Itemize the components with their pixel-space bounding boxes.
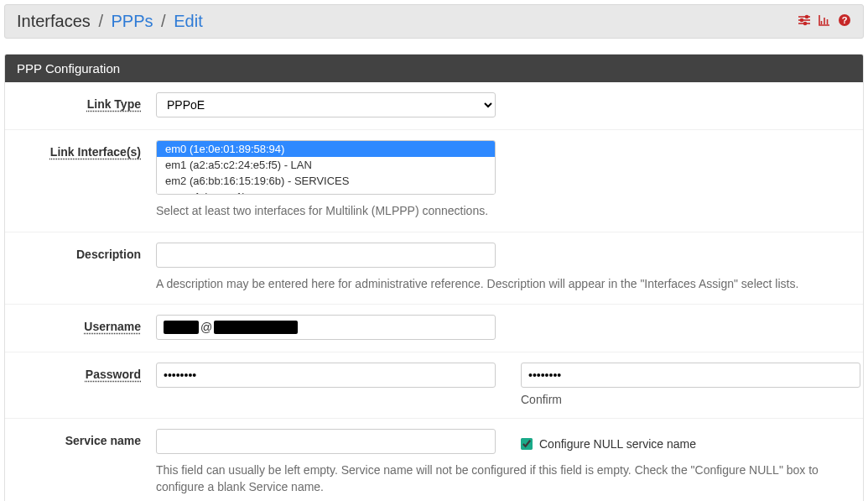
panel-body: Link Type PPPoE Link Interface(s) em0 (1…	[5, 82, 863, 501]
header-action-icons: ?	[798, 13, 851, 29]
interface-option[interactable]: ovpns1 (ovpns1)	[157, 189, 495, 195]
label-password: Password	[13, 363, 156, 381]
label-link-type: Link Type	[13, 92, 156, 111]
description-input[interactable]	[156, 243, 496, 268]
link-type-select[interactable]: PPPoE	[156, 92, 496, 117]
row-link-type: Link Type PPPoE	[5, 82, 863, 130]
password-confirm-input[interactable]	[521, 363, 860, 388]
label-username: Username	[13, 315, 156, 333]
breadcrumb-sep: /	[161, 12, 166, 30]
link-interfaces-select[interactable]: em0 (1e:0e:01:89:58:94)em1 (a2:a5:c2:24:…	[156, 140, 496, 195]
svg-text:?: ?	[842, 15, 848, 25]
password-input[interactable]	[156, 363, 496, 388]
password-confirm-label: Confirm	[521, 393, 860, 406]
service-name-input[interactable]	[156, 429, 496, 454]
page-header: Interfaces / PPPs / Edit ?	[4, 4, 864, 39]
svg-point-5	[804, 23, 807, 25]
breadcrumb-root: Interfaces	[17, 12, 91, 30]
svg-point-4	[801, 19, 803, 22]
chart-icon[interactable]	[818, 13, 831, 29]
settings-sliders-icon[interactable]	[798, 13, 811, 29]
breadcrumb-sep: /	[98, 12, 103, 30]
interface-option[interactable]: em2 (a6:bb:16:15:19:6b) - SERVICES	[157, 173, 495, 189]
svg-point-3	[806, 16, 808, 18]
username-suffix-redacted	[214, 321, 298, 334]
row-username: Username @	[5, 305, 863, 352]
row-password: Password Confirm	[5, 352, 863, 419]
null-service-checkbox[interactable]	[521, 438, 533, 450]
null-service-label[interactable]: Configure NULL service name	[539, 437, 696, 451]
label-link-interfaces: Link Interface(s)	[13, 140, 156, 159]
ppp-config-panel: PPP Configuration Link Type PPPoE Link I…	[4, 54, 864, 501]
label-service-name: Service name	[13, 429, 156, 447]
interface-option[interactable]: em1 (a2:a5:c2:24:e5:f5) - LAN	[157, 157, 495, 173]
username-at: @	[200, 321, 212, 334]
link-interfaces-help: Select at least two interfaces for Multi…	[156, 203, 855, 220]
breadcrumb: Interfaces / PPPs / Edit	[17, 12, 203, 31]
description-help: A description may be entered here for ad…	[156, 276, 855, 293]
help-icon[interactable]: ?	[838, 13, 851, 29]
breadcrumb-edit-link[interactable]: Edit	[174, 12, 202, 30]
breadcrumb-ppps-link[interactable]: PPPs	[112, 12, 153, 30]
label-description: Description	[13, 243, 156, 261]
row-link-interfaces: Link Interface(s) em0 (1e:0e:01:89:58:94…	[5, 130, 863, 232]
username-prefix-redacted	[164, 321, 199, 334]
username-input[interactable]: @	[156, 315, 496, 340]
interface-option[interactable]: em0 (1e:0e:01:89:58:94)	[157, 141, 495, 157]
row-service-name: Service name Configure NULL service name…	[5, 419, 863, 501]
panel-title: PPP Configuration	[5, 55, 863, 82]
row-description: Description A description may be entered…	[5, 232, 863, 305]
service-name-help: This field can usually be left empty. Se…	[156, 462, 855, 495]
